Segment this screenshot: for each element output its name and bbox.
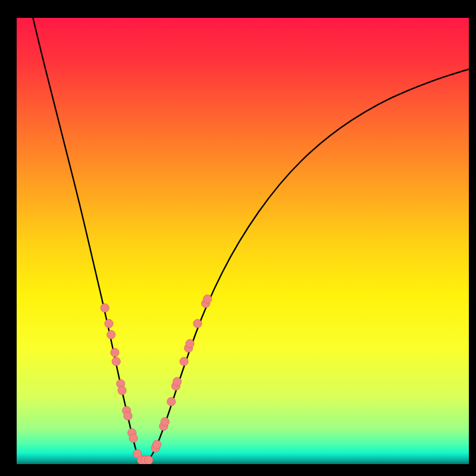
highlight-dot bbox=[186, 339, 194, 347]
highlight-dot bbox=[129, 434, 137, 442]
highlight-dot bbox=[193, 320, 202, 328]
bottleneck-curve bbox=[33, 18, 469, 461]
highlight-dot bbox=[118, 386, 126, 394]
highlight-dot bbox=[180, 357, 188, 365]
highlight-dot bbox=[124, 412, 132, 420]
plot-area bbox=[17, 18, 469, 464]
highlight-dot bbox=[203, 295, 212, 303]
highlight-dot bbox=[161, 418, 169, 426]
frame-left bbox=[0, 0, 17, 476]
highlight-dot bbox=[152, 440, 161, 449]
highlight-dot bbox=[105, 320, 113, 328]
highlight-dot bbox=[167, 397, 176, 406]
highlight-dots bbox=[101, 295, 212, 464]
highlight-dot bbox=[107, 330, 115, 339]
highlight-dot bbox=[145, 456, 153, 464]
highlight-dot bbox=[111, 348, 119, 356]
highlight-dot bbox=[101, 303, 109, 312]
chart-stage: TheBottleneck.com bbox=[0, 0, 476, 476]
frame-bottom bbox=[0, 464, 476, 476]
highlight-dot bbox=[112, 357, 120, 365]
frame-right bbox=[469, 0, 476, 476]
frame-top bbox=[0, 0, 476, 18]
chart-svg bbox=[17, 18, 469, 464]
highlight-dot bbox=[173, 377, 181, 386]
